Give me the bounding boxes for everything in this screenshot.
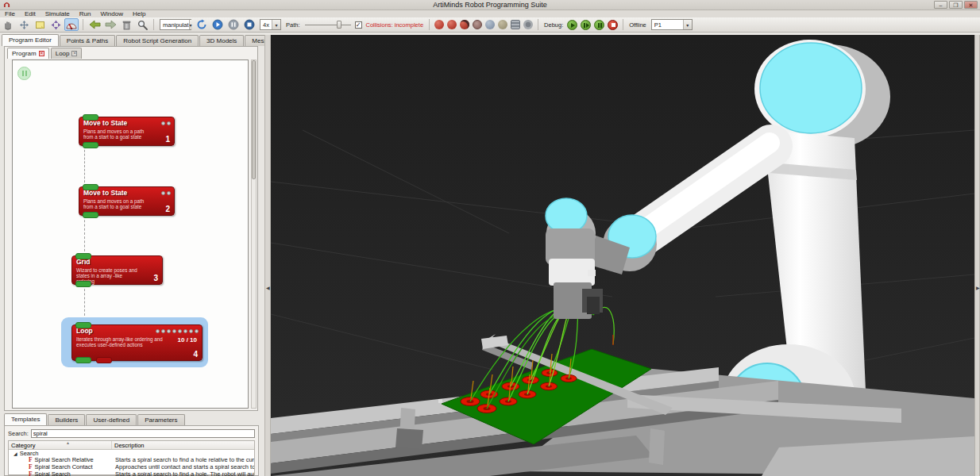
tab-templates[interactable]: Templates <box>4 413 47 425</box>
loop-progress: 10 / 10 <box>178 336 197 344</box>
target-indicator-icon[interactable] <box>473 20 482 29</box>
tab-builders[interactable]: Builders <box>48 414 85 425</box>
template-row-spiral-search[interactable]: F Spiral Search Starts a spiral search t… <box>9 470 254 476</box>
menu-simulate[interactable]: Simulate <box>41 10 75 17</box>
error-indicator-icon[interactable] <box>447 20 457 29</box>
program-start-node[interactable] <box>17 67 31 80</box>
maximize-button[interactable]: ❐ <box>949 1 963 9</box>
tab-parameters[interactable]: Parameters <box>137 414 184 425</box>
block-number: 2 <box>165 205 170 213</box>
scrollbar-thumb[interactable] <box>252 60 256 179</box>
template-row-spiral-search-relative[interactable]: F Spiral Search Relative Starts a spiral… <box>9 457 254 464</box>
tab-3d-models[interactable]: 3D Models <box>199 35 244 46</box>
stop-button[interactable] <box>242 18 257 31</box>
artiminds-app-window: ArtiMinds Robot Programming Suite – ❐ ✕ … <box>0 0 980 476</box>
table-header[interactable]: Category Description ▲ <box>9 441 254 450</box>
tree-expand-icon[interactable]: ◢ <box>14 451 17 456</box>
3d-scene <box>271 35 974 476</box>
canvas-scrollbar[interactable] <box>251 60 257 409</box>
program-editor-area: Program ✕ Loop ✕ Move to St <box>4 46 258 411</box>
program-block-move-to-state-1[interactable]: Move to State Plans and moves on a path … <box>79 117 175 146</box>
column-description[interactable]: Description <box>112 441 254 449</box>
path-slider[interactable] <box>305 20 351 29</box>
path-slider-thumb[interactable] <box>337 21 341 29</box>
close-tab-icon[interactable]: ✕ <box>71 51 77 56</box>
program-block-loop[interactable]: Loop Iterates through array-like orderin… <box>71 324 203 361</box>
pause-button[interactable] <box>226 18 241 31</box>
delete-button[interactable] <box>119 18 133 31</box>
debug-step-button[interactable] <box>581 20 591 30</box>
tab-loop[interactable]: Loop ✕ <box>51 48 83 59</box>
redo-button[interactable] <box>103 18 118 31</box>
jog-tool-button[interactable] <box>48 18 63 31</box>
inspect-indicator-icon[interactable] <box>485 20 495 29</box>
right-splitter[interactable]: ▶ <box>974 35 980 476</box>
templates-panel: Search: Category Description ▲ ◢ Search … <box>4 425 259 476</box>
tab-robot-script-generation[interactable]: Robot Script Generation <box>116 35 199 46</box>
templates-table: Category Description ▲ ◢ Search F Spiral… <box>8 440 255 475</box>
tab-user-defined[interactable]: User-defined <box>86 414 137 425</box>
pan-hand-button[interactable] <box>1 18 15 31</box>
block-status-dots <box>156 329 199 333</box>
green-left-arrow-icon <box>89 20 101 29</box>
search-input[interactable] <box>31 429 255 438</box>
program-block-move-to-state-2[interactable]: Move to State Plans and moves on a path … <box>79 186 175 216</box>
left-splitter[interactable]: ◀ <box>264 35 271 476</box>
block-number: 3 <box>153 274 158 282</box>
loop-playback-button[interactable] <box>195 18 209 31</box>
table-view-icon[interactable] <box>511 20 520 29</box>
chevron-down-icon: ▾ <box>683 20 692 29</box>
play-icon <box>212 19 223 30</box>
menu-window[interactable]: Window <box>96 10 128 17</box>
collapse-right-icon[interactable]: ▶ <box>976 285 980 290</box>
debug-play-button[interactable] <box>567 20 577 30</box>
move-arrows-icon <box>19 20 29 30</box>
search-tool-button[interactable] <box>135 18 149 31</box>
tab-program-label: Program <box>12 50 37 57</box>
program-block-grid[interactable]: Grid Wizard to create poses and states i… <box>71 255 163 285</box>
gauge-tool-button[interactable] <box>64 18 79 31</box>
sort-indicator-icon: ▲ <box>66 440 70 445</box>
magnifier-icon <box>137 20 148 30</box>
program-tab-strip: Program ✕ Loop ✕ <box>7 48 83 59</box>
collision-indicator-icon[interactable] <box>434 20 444 29</box>
move-tool-button[interactable] <box>17 18 31 31</box>
toolbar: manipulat ▾ <box>0 17 980 33</box>
note-icon <box>35 20 45 30</box>
column-category[interactable]: Category <box>9 441 112 449</box>
tab-program[interactable]: Program ✕ <box>7 48 49 59</box>
gear-icon[interactable] <box>523 20 533 29</box>
close-button[interactable]: ✕ <box>964 1 978 9</box>
menu-run[interactable]: Run <box>75 10 96 17</box>
undo-button[interactable] <box>87 18 102 31</box>
menu-file[interactable]: File <box>0 10 20 17</box>
debug-stop-button[interactable] <box>608 20 618 30</box>
tab-points-paths[interactable]: Points & Paths <box>60 35 115 46</box>
block-connector-line <box>84 146 85 186</box>
plate-corner-marker <box>438 399 442 403</box>
mode-dropdown[interactable]: manipulat ▾ <box>160 19 191 30</box>
3d-viewport[interactable] <box>271 35 974 476</box>
tree-group-row[interactable]: ◢ Search <box>9 450 254 457</box>
collapse-left-icon[interactable]: ◀ <box>266 285 270 290</box>
block-status-dots <box>161 121 171 125</box>
template-row-spiral-search-contact[interactable]: F Spiral Search Contact Approaches until… <box>9 463 254 470</box>
close-tab-icon[interactable]: ✕ <box>39 51 44 56</box>
debug-pause-button[interactable] <box>594 20 604 30</box>
note-tool-button[interactable] <box>33 18 47 31</box>
menu-help[interactable]: Help <box>128 10 150 17</box>
menu-edit[interactable]: Edit <box>20 10 41 17</box>
play-button[interactable] <box>210 18 225 31</box>
title-bar[interactable]: ArtiMinds Robot Programming Suite – ❐ ✕ <box>0 0 980 10</box>
debug-label: Debug: <box>544 21 563 29</box>
tab-program-editor[interactable]: Program Editor <box>2 34 59 46</box>
measure-indicator-icon[interactable] <box>498 20 507 29</box>
pause-icon <box>228 19 239 30</box>
speed-dropdown[interactable]: 4x ▾ <box>260 19 281 30</box>
program-canvas[interactable]: Move to State Plans and moves on a path … <box>12 60 249 409</box>
profile-dropdown[interactable]: P1 ▾ <box>651 19 693 30</box>
collisions-checkbox[interactable]: ✓ <box>355 21 362 29</box>
robot-state-icon[interactable] <box>460 20 469 29</box>
minimize-button[interactable]: – <box>934 1 947 9</box>
block-connector-nub <box>83 142 98 148</box>
